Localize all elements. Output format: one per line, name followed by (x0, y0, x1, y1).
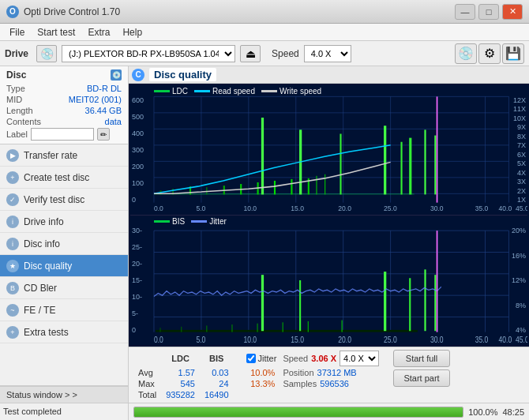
save-icon-btn[interactable]: 💾 (502, 43, 524, 64)
maximize-button[interactable]: □ (478, 4, 499, 20)
nav-label-verify-test-disc: Verify test disc (24, 194, 84, 205)
svg-rect-33 (384, 126, 386, 194)
legend-write-speed: Write speed (280, 87, 321, 96)
svg-rect-71 (308, 321, 309, 332)
svg-rect-67 (206, 325, 207, 332)
svg-text:15.0: 15.0 (291, 204, 304, 212)
nav-label-cd-bler: CD Bler (24, 283, 57, 294)
disc-icon-btn[interactable]: 💿 (455, 43, 477, 64)
svg-text:35.0: 35.0 (475, 204, 489, 212)
svg-text:25.0: 25.0 (384, 204, 397, 212)
svg-rect-66 (181, 327, 182, 332)
nav-icon-verify-test-disc: ✓ (6, 193, 19, 206)
menu-extra[interactable]: Extra (81, 25, 116, 39)
svg-rect-68 (231, 324, 232, 332)
label-edit-btn[interactable]: ✏ (97, 128, 110, 141)
svg-rect-21 (206, 187, 207, 194)
svg-rect-25 (274, 181, 276, 194)
legend-jitter: Jitter (209, 217, 227, 226)
svg-rect-76 (409, 278, 411, 331)
app-icon: O (6, 6, 19, 18)
drive-icon-btn[interactable]: 💿 (36, 45, 57, 62)
nav-cd-bler[interactable]: B CD Bler (0, 277, 128, 299)
svg-text:15.0: 15.0 (291, 335, 304, 344)
minimize-button[interactable]: — (455, 4, 475, 20)
eject-button[interactable]: ⏏ (240, 45, 261, 62)
disc-panel: Disc 💿 Type BD-R DL MID MEIT02 (001) Len… (0, 66, 128, 144)
svg-rect-70 (283, 322, 283, 332)
max-bis: 24 (200, 378, 234, 389)
svg-rect-37 (434, 136, 436, 195)
nav-create-test-disc[interactable]: + Create test disc (0, 167, 128, 189)
avg-bis: 0.03 (200, 367, 234, 378)
svg-rect-29 (325, 174, 325, 195)
col-bis: BIS (200, 350, 234, 367)
svg-rect-16 (154, 193, 415, 194)
svg-text:35.0: 35.0 (475, 335, 489, 344)
mid-value: MEIT02 (001) (69, 95, 122, 104)
svg-rect-75 (384, 272, 386, 331)
speed-indicator: Speed 3.06 X 4.0 X (283, 351, 379, 366)
avg-label: Avg (133, 367, 161, 378)
svg-rect-64 (156, 330, 418, 332)
stats-panel: LDC BIS Jitter Speed 3.06 X (129, 347, 529, 403)
menu-file[interactable]: File (3, 25, 31, 39)
nav-icon-transfer-rate: ▶ (6, 149, 19, 162)
chart1-legend: LDC Read speed Write speed (154, 87, 321, 96)
sidebar-nav: ▶ Transfer rate + Create test disc ✓ Ver… (0, 144, 128, 385)
content-header: C Disc quality (129, 66, 529, 84)
menu-help[interactable]: Help (116, 25, 148, 39)
settings-icon-btn[interactable]: ⚙ (478, 43, 501, 64)
nav-label-disc-quality: Disc quality (24, 261, 72, 272)
chart2-svg: 0.0 5.0 10.0 15.0 20.0 25.0 30.0 35.0 40… (130, 216, 527, 345)
svg-rect-72 (342, 321, 343, 332)
status-bar: Status window > > Test completed (0, 385, 128, 420)
total-ldc: 935282 (161, 389, 200, 400)
main-layout: Disc 💿 Type BD-R DL MID MEIT02 (001) Len… (0, 66, 529, 420)
jitter-checkbox[interactable]: Jitter (246, 354, 277, 363)
speed-stat-select[interactable]: 4.0 X (340, 351, 379, 366)
speed-select[interactable]: 4.0 X (304, 45, 351, 62)
app-title: Opti Drive Control 1.70 (24, 6, 455, 17)
progress-bar-container: Test completed (0, 403, 128, 420)
nav-icon-disc-info: i (6, 238, 19, 250)
label-input[interactable] (31, 128, 94, 141)
nav-extra-tests[interactable]: + Extra tests (0, 321, 128, 343)
nav-label-create-test-disc: Create test disc (24, 172, 89, 183)
nav-fe-te[interactable]: ~ FE / TE (0, 299, 128, 321)
nav-icon-disc-quality: ★ (6, 260, 19, 272)
nav-label-drive-info: Drive info (24, 216, 64, 227)
svg-text:40.0: 40.0 (499, 335, 512, 344)
nav-disc-quality[interactable]: ★ Disc quality (0, 255, 128, 277)
start-full-button[interactable]: Start full (393, 350, 450, 367)
close-button[interactable]: ✕ (502, 4, 523, 20)
speed-label: Speed (272, 48, 299, 59)
disc-panel-title: Disc (6, 69, 26, 81)
drive-select[interactable]: (J:) PLEXTOR BD-R PX-LB950SA 1.04 (62, 45, 235, 62)
svg-text:45.0: 45.0 (516, 335, 527, 344)
sidebar: Disc 💿 Type BD-R DL MID MEIT02 (001) Len… (0, 66, 129, 420)
type-value: BD-R DL (87, 84, 122, 93)
nav-verify-test-disc[interactable]: ✓ Verify test disc (0, 189, 128, 211)
svg-rect-28 (316, 176, 317, 195)
svg-rect-32 (340, 134, 341, 195)
svg-rect-34 (400, 142, 402, 195)
total-label: Total (133, 389, 161, 400)
nav-drive-info[interactable]: i Drive info (0, 211, 128, 233)
avg-ldc: 1.57 (161, 367, 200, 378)
speed-stat-value: 3.06 X (311, 354, 336, 363)
titlebar: O Opti Drive Control 1.70 — □ ✕ (0, 0, 529, 24)
svg-text:10.0: 10.0 (243, 204, 257, 212)
start-part-button[interactable]: Start part (393, 369, 450, 387)
menu-start-test[interactable]: Start test (31, 25, 81, 39)
avg-jitter: 10.0% (243, 367, 280, 378)
legend-bis: BIS (172, 217, 185, 226)
ldc-chart: LDC Read speed Write speed 6005004003002… (130, 85, 527, 216)
status-window-button[interactable]: Status window > > (0, 386, 128, 403)
jitter-check[interactable] (246, 354, 256, 363)
chart2-legend: BIS Jitter (154, 217, 227, 226)
nav-transfer-rate[interactable]: ▶ Transfer rate (0, 144, 128, 167)
position-value: 37312 MB (317, 368, 357, 377)
nav-disc-info[interactable]: i Disc info (0, 233, 128, 255)
svg-text:10.0: 10.0 (243, 335, 257, 344)
